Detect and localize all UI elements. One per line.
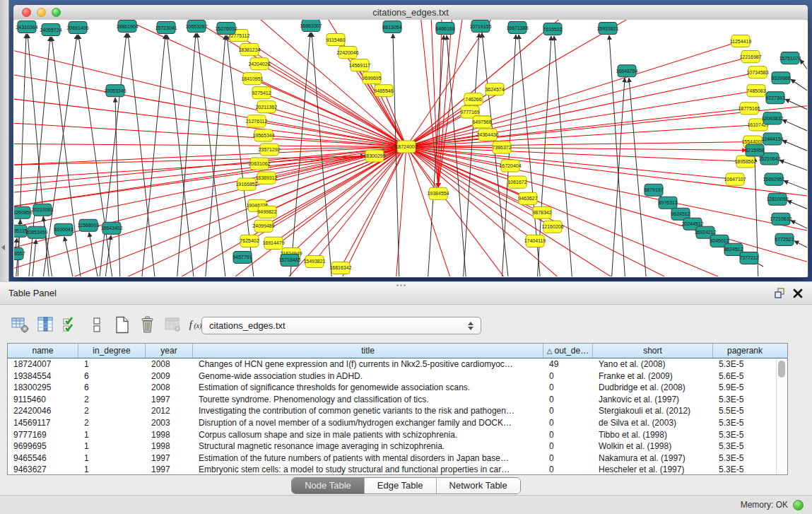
- black-edge[interactable]: [167, 35, 194, 276]
- graph-node[interactable]: 20528557: [14, 247, 25, 259]
- table-row[interactable]: 911546021997Tourette syndrome. Phenomeno…: [8, 394, 787, 406]
- black-edge[interactable]: [115, 98, 120, 276]
- vertical-scrollbar[interactable]: [776, 358, 787, 474]
- create-table-button[interactable]: [112, 315, 131, 334]
- red-edge[interactable]: [406, 90, 756, 146]
- black-edge[interactable]: [64, 237, 74, 276]
- table-selector-dropdown[interactable]: citations_edges.txt: [201, 317, 481, 334]
- graph-node[interactable]: 24055724: [40, 24, 61, 36]
- table-row[interactable]: 1456911722003Disruption of a novel membe…: [8, 417, 787, 429]
- red-edge[interactable]: [406, 108, 749, 146]
- black-edge[interactable]: [463, 33, 479, 276]
- black-edge[interactable]: [105, 235, 111, 276]
- black-edge[interactable]: [52, 37, 81, 276]
- graph-node[interactable]: 24204028: [248, 58, 270, 70]
- red-edge[interactable]: [406, 146, 746, 161]
- black-edge[interactable]: [794, 241, 807, 250]
- graph-node[interactable]: 8976312: [658, 197, 677, 209]
- clear-selection-button[interactable]: [86, 315, 106, 334]
- graph-node[interactable]: 24364436: [476, 129, 498, 141]
- black-edge[interactable]: [629, 78, 647, 276]
- column-header-title[interactable]: title: [193, 344, 543, 358]
- graph-node[interactable]: 12810058: [766, 193, 788, 205]
- graph-node[interactable]: 7485083: [746, 85, 765, 97]
- network-canvas[interactable]: 2277511218381234242040281841095192754122…: [14, 20, 807, 276]
- graph-node[interactable]: 15276002: [215, 23, 237, 35]
- red-edge[interactable]: [14, 73, 406, 146]
- red-edge[interactable]: [406, 57, 751, 146]
- red-edge[interactable]: [14, 98, 406, 146]
- graph-node[interactable]: 18724007: [395, 141, 417, 153]
- column-header-name[interactable]: name: [8, 344, 78, 358]
- graph-node[interactable]: 23571292: [258, 144, 280, 156]
- tab-node-table[interactable]: Node Table: [292, 478, 365, 493]
- splitter-collapse-icon[interactable]: [1, 245, 5, 250]
- graph-node[interactable]: 19384554: [427, 187, 449, 199]
- black-edge[interactable]: [779, 160, 807, 173]
- graph-node[interactable]: 6497568: [472, 116, 491, 128]
- graph-node[interactable]: 11568003: [78, 219, 100, 231]
- graph-node[interactable]: 3624574: [485, 83, 504, 95]
- graph-node[interactable]: 20053346: [104, 85, 126, 97]
- black-edge[interactable]: [42, 35, 77, 276]
- graph-node[interactable]: 18958562: [734, 156, 756, 168]
- column-settings-button[interactable]: [10, 315, 30, 334]
- graph-node[interactable]: 7615532: [543, 23, 562, 35]
- black-edge[interactable]: [128, 33, 155, 276]
- black-edge[interactable]: [787, 201, 807, 211]
- graph-node[interactable]: 12160206: [541, 221, 563, 233]
- column-header-out_de[interactable]: △out_de…: [543, 344, 593, 358]
- graph-node[interactable]: 16816342: [329, 262, 351, 274]
- graph-node[interactable]: 19166852: [235, 178, 257, 190]
- graph-node[interactable]: 8215958: [745, 144, 764, 156]
- red-edge[interactable]: [57, 146, 406, 276]
- column-header-short[interactable]: short: [593, 344, 713, 358]
- graph-node[interactable]: 20853459: [25, 226, 47, 238]
- side-splitter-strip[interactable]: [0, 0, 9, 281]
- graph-node[interactable]: 18643402: [100, 222, 122, 234]
- black-edge[interactable]: [791, 79, 807, 94]
- graph-node[interactable]: 9878342: [532, 206, 551, 218]
- network-window-titlebar[interactable]: citations_edges.txt: [13, 5, 808, 21]
- graph-node[interactable]: 24099489: [252, 220, 274, 232]
- graph-node[interactable]: 1061672: [507, 176, 526, 188]
- black-edge[interactable]: [782, 140, 807, 153]
- table-row[interactable]: 1830029562008Estimation of significance …: [8, 382, 787, 394]
- scrollbar-thumb[interactable]: [778, 361, 785, 378]
- graph-node[interactable]: 22420046: [336, 47, 358, 59]
- graph-node[interactable]: 17210633: [770, 213, 792, 225]
- graph-node[interactable]: 19861904: [116, 21, 138, 33]
- table-row[interactable]: 2242004622012Investigating the contribut…: [8, 405, 787, 417]
- table-row[interactable]: 977716911998Corpus callosum shape and si…: [8, 429, 787, 441]
- graph-node[interactable]: 16883307: [300, 20, 322, 32]
- graph-node[interactable]: 16648784: [616, 65, 637, 77]
- graph-node[interactable]: 20210081: [31, 204, 53, 216]
- table-row[interactable]: 1938455462009Genome-wide association stu…: [8, 370, 787, 382]
- black-edge[interactable]: [800, 59, 807, 76]
- black-edge[interactable]: [782, 119, 807, 133]
- red-edge[interactable]: [406, 146, 746, 150]
- graph-node[interactable]: 18381234: [238, 44, 260, 56]
- graph-node[interactable]: 19565344: [252, 129, 274, 141]
- graph-node[interactable]: 15692951: [763, 173, 784, 185]
- graph-node[interactable]: 9463627: [518, 192, 537, 204]
- graph-node[interactable]: 746266: [464, 93, 483, 105]
- graph-node[interactable]: 10647107: [724, 173, 746, 185]
- graph-node[interactable]: 20631062: [248, 158, 270, 170]
- graph-node[interactable]: 9465546: [374, 85, 393, 97]
- graph-node[interactable]: 12216987: [739, 51, 761, 63]
- red-edge[interactable]: [406, 141, 753, 146]
- float-panel-icon[interactable]: [772, 286, 787, 300]
- black-edge[interactable]: [89, 233, 99, 276]
- graph-node[interactable]: 9227343: [765, 92, 784, 104]
- black-edge[interactable]: [177, 33, 196, 276]
- graph-node[interactable]: 6772523: [775, 233, 794, 245]
- red-edge[interactable]: [291, 146, 406, 253]
- graph-node[interactable]: 20211362: [256, 101, 278, 113]
- red-edge[interactable]: [14, 122, 406, 146]
- graph-node[interactable]: 18410951: [241, 73, 263, 85]
- black-edge[interactable]: [428, 35, 444, 276]
- graph-node[interactable]: 16671388: [506, 22, 528, 34]
- black-edge[interactable]: [554, 36, 572, 276]
- graph-node[interactable]: 18300295: [363, 150, 385, 162]
